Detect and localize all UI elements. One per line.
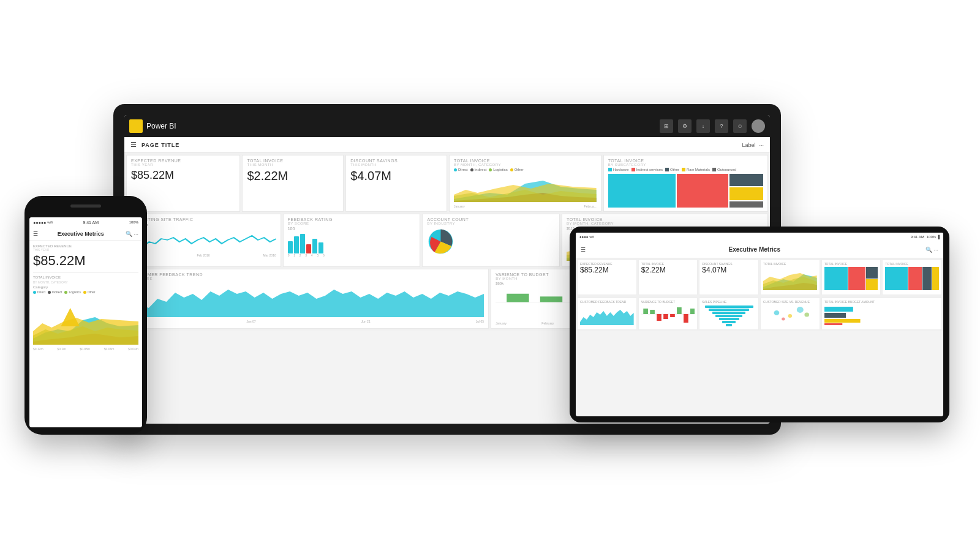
- ts-card-scatter: Customer Size vs. Revenue: [760, 298, 820, 330]
- ts-card-sparkline: Customer Feedback Trend: [577, 298, 637, 330]
- svg-marker-22: [33, 318, 138, 345]
- card-discount-savings: Discount Savings THIS MONTH $4.07M: [345, 155, 447, 212]
- svg-rect-30: [643, 309, 648, 314]
- phone-battery: 100%: [129, 220, 138, 224]
- card-total-invoice-treemap: Total Invoice BY SUBCATEGORY Hardware In…: [603, 155, 768, 212]
- label-text: Label: [742, 142, 755, 148]
- svg-rect-12: [540, 296, 562, 302]
- powerbi-topbar: Power BI ⊞ ⚙ ↓ ? ☺: [124, 115, 770, 137]
- ts-card-area1: Total Invoice: [760, 260, 820, 295]
- phone-menu-icon[interactable]: ☰: [33, 231, 38, 237]
- phone-invoice-label: Total Invoice: [33, 276, 138, 279]
- svg-marker-28: [580, 310, 634, 325]
- svg-rect-35: [677, 307, 682, 314]
- svg-rect-33: [663, 314, 668, 319]
- powerbi-subtoolbar: ☰ PAGE TITLE Label ···: [124, 137, 770, 153]
- phone-time: 9:41 AM: [83, 220, 99, 225]
- ts-time: 9:41 AM: [911, 235, 924, 239]
- phone-revenue-sublabel: THIS YEAR: [33, 248, 138, 252]
- menu-icon[interactable]: ☰: [130, 141, 137, 149]
- card-expected-revenue-label: Expected Revenue: [131, 159, 235, 163]
- tablet-small-device: ●●●● wifi 9:41 AM 100% ▐ ☰ Executive Met…: [570, 227, 949, 422]
- svg-rect-11: [507, 294, 529, 302]
- svg-rect-31: [650, 310, 655, 314]
- phone-wifi-icon: wifi: [47, 220, 53, 224]
- card-customer-feedback: Customer Feedback Trend BY SCORE May 24J…: [126, 269, 489, 329]
- card-marketing-traffic: Marketing Site Traffic Bounce Jan 2016Fe…: [126, 214, 281, 267]
- phone-more-icon[interactable]: ···: [134, 231, 138, 237]
- powerbi-app-name: Power BI: [146, 122, 176, 130]
- ts-card-extra: Total Invoice: [882, 260, 942, 295]
- svg-rect-46: [824, 323, 842, 325]
- ts-card-treemap1: Total Invoice: [821, 260, 881, 295]
- svg-rect-44: [824, 313, 846, 318]
- ts-menu-icon[interactable]: ☰: [581, 247, 586, 253]
- ts-app-title: Executive Metrics: [728, 246, 780, 253]
- account-count-label: Account Count: [427, 217, 555, 222]
- ts-card-discount: Discount Savings $4.07M: [699, 260, 759, 295]
- topbar-icon-help[interactable]: ?: [715, 119, 728, 133]
- svg-rect-32: [657, 314, 662, 321]
- more-options-icon[interactable]: ···: [759, 142, 764, 148]
- powerbi-logo: [129, 119, 143, 133]
- ts-battery: 100% ▐: [927, 235, 940, 239]
- svg-rect-43: [824, 307, 853, 312]
- ts-invoice-value: $2.22M: [641, 266, 695, 274]
- ts-search-icon[interactable]: 🔍: [925, 247, 932, 253]
- svg-marker-9: [131, 290, 484, 317]
- card-total-invoice-value: $2.22M: [247, 169, 339, 183]
- phone-screen: ●●●●● wifi 9:41 AM 100% ☰ Executive Metr…: [29, 217, 142, 427]
- ts-card-budget: Total Invoice Budget Amount: [821, 298, 942, 330]
- card-account-count: Account Count BY INDUSTRY: [422, 214, 560, 267]
- svg-point-40: [797, 307, 804, 313]
- card-discount-savings-value: $4.07M: [350, 169, 442, 183]
- topbar-avatar[interactable]: [752, 119, 765, 133]
- svg-point-41: [782, 318, 785, 321]
- card-feedback-rating: Feedback Rating BY SCORE 100 0123456: [283, 214, 421, 267]
- svg-point-39: [788, 314, 793, 318]
- svg-rect-36: [684, 314, 688, 323]
- ts-signal: ●●●●: [579, 235, 589, 239]
- ts-card-variance: Varience to Budget: [638, 298, 698, 330]
- topbar-icon-settings[interactable]: ⚙: [678, 119, 692, 133]
- card-expected-revenue-value: $85.22M: [131, 169, 235, 182]
- card-total-invoice-area: Total Invoice BY MONTH, CATEGORY Direct …: [449, 155, 601, 212]
- topbar-icon-smiley[interactable]: ☺: [733, 119, 747, 133]
- ts-card-revenue: Expected Revenue $85.22M: [577, 260, 637, 295]
- ts-more-icon[interactable]: ···: [933, 247, 938, 253]
- phone-revenue-value: $85.22M: [33, 253, 138, 269]
- phone-app-title: Executive Metrics: [58, 231, 104, 237]
- svg-marker-23: [61, 308, 80, 326]
- page-title: PAGE TITLE: [141, 142, 179, 148]
- svg-rect-37: [690, 309, 695, 314]
- tablet-small-screen: ●●●● wifi 9:41 AM 100% ▐ ☰ Executive Met…: [576, 233, 943, 416]
- svg-rect-45: [824, 319, 861, 323]
- topbar-icon-grid[interactable]: ⊞: [660, 119, 673, 133]
- phone-search-icon[interactable]: 🔍: [126, 231, 132, 237]
- scene: Power BI ⊞ ⚙ ↓ ? ☺ ☰ PAGE TITLE Label ··…: [0, 0, 980, 551]
- ts-card-invoice: Total Invoice $2.22M: [638, 260, 698, 295]
- phone-signal: ●●●●●: [33, 220, 46, 225]
- svg-point-42: [804, 313, 809, 317]
- svg-point-38: [774, 310, 780, 315]
- ts-revenue-value: $85.22M: [580, 266, 634, 274]
- topbar-icon-download[interactable]: ↓: [696, 119, 710, 133]
- ts-card-pipeline: Sales Pipeline: [699, 298, 759, 330]
- ts-discount-value: $4.07M: [702, 266, 756, 274]
- svg-rect-34: [670, 314, 675, 317]
- card-total-invoice: Total Invoice THIS MONTH $2.22M: [242, 155, 344, 212]
- phone-device: ●●●●● wifi 9:41 AM 100% ☰ Executive Metr…: [24, 196, 147, 435]
